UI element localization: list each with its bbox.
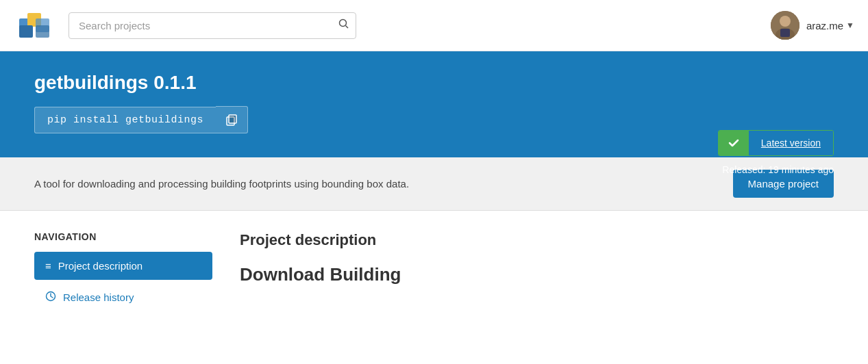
search-input[interactable] (69, 12, 356, 39)
content-area: Project description Download Building (240, 231, 834, 312)
svg-line-6 (346, 26, 349, 29)
pip-install-row: pip install getbuildings (34, 106, 834, 133)
search-icon (338, 18, 349, 29)
svg-rect-3 (19, 25, 33, 38)
svg-point-8 (780, 16, 791, 27)
user-name-label[interactable]: araz.me ▼ (806, 20, 854, 31)
clock-icon (45, 291, 56, 302)
sidebar-project-description-label: Project description (58, 260, 142, 272)
download-building-heading: Download Building (240, 264, 834, 285)
latest-version-button[interactable]: Latest version (718, 130, 834, 156)
svg-rect-12 (229, 115, 236, 123)
pip-command-text: pip install getbuildings (34, 107, 216, 133)
check-icon (728, 138, 739, 148)
avatar-image (771, 11, 799, 40)
svg-point-5 (340, 20, 347, 27)
history-icon (45, 291, 56, 304)
search-bar (69, 12, 356, 39)
banner-right: Latest version Released: 19 minutes ago (718, 130, 834, 175)
check-icon-area (719, 131, 749, 155)
sidebar: Navigation ≡ Project description Release… (34, 231, 212, 312)
user-menu[interactable]: araz.me ▼ (771, 11, 854, 40)
pypi-logo-icon (14, 5, 55, 46)
copy-icon (225, 114, 238, 126)
user-dropdown-arrow: ▼ (846, 21, 854, 30)
project-description-heading: Project description (240, 231, 834, 249)
svg-rect-4 (36, 25, 49, 38)
latest-version-link[interactable]: Latest version (749, 131, 833, 155)
user-name-text: araz.me (806, 20, 843, 31)
sidebar-item-release-history[interactable]: Release history (34, 283, 212, 312)
released-text: Released: 19 minutes ago (722, 164, 834, 175)
nav-label: Navigation (34, 231, 212, 242)
logo[interactable] (14, 5, 55, 46)
sidebar-item-project-description[interactable]: ≡ Project description (34, 252, 212, 280)
svg-rect-10 (780, 29, 790, 37)
banner: getbuildings 0.1.1 pip install getbuildi… (0, 51, 868, 157)
package-title: getbuildings 0.1.1 (34, 72, 834, 94)
list-icon: ≡ (45, 260, 51, 272)
sidebar-release-history-label: Release history (63, 291, 134, 303)
search-button[interactable] (338, 18, 349, 32)
header: araz.me ▼ (0, 0, 868, 51)
main-content: Navigation ≡ Project description Release… (0, 211, 868, 333)
copy-command-button[interactable] (216, 106, 248, 133)
avatar (771, 11, 799, 40)
description-text: A tool for downloading and processing bu… (34, 178, 409, 190)
avatar-svg (771, 11, 799, 40)
